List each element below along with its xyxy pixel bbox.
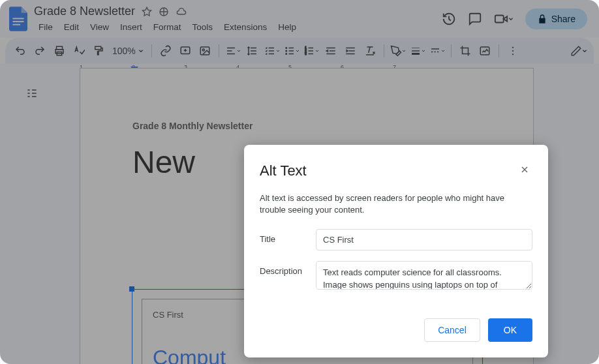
description-field-label: Description	[260, 261, 316, 292]
dialog-description: Alt text is accessed by screen readers f…	[260, 192, 532, 216]
title-input[interactable]	[316, 229, 532, 250]
close-icon[interactable]	[517, 160, 532, 181]
cancel-button[interactable]: Cancel	[424, 318, 480, 342]
ok-button[interactable]: OK	[488, 318, 532, 342]
title-field-label: Title	[260, 229, 316, 250]
alt-text-dialog: Alt Text Alt text is accessed by screen …	[244, 145, 548, 357]
description-input[interactable]: Text reads computer science for all clas…	[316, 261, 532, 290]
dialog-title: Alt Text	[260, 162, 307, 179]
